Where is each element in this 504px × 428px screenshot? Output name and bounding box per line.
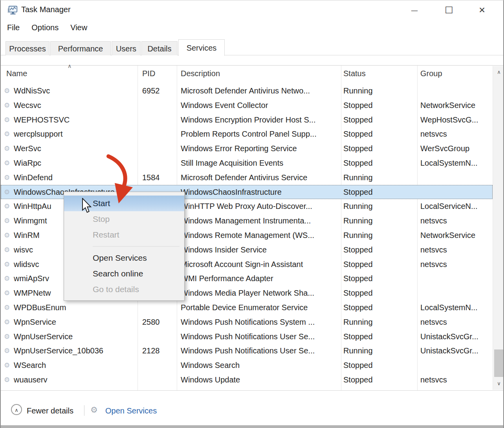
table-row[interactable]: ⚙wercplsupportProblem Reports Control Pa…	[1, 127, 493, 141]
service-status: Running	[343, 315, 373, 329]
service-group: netsvcs	[420, 315, 447, 329]
service-group: netsvcs	[420, 214, 447, 228]
context-menu-open-services[interactable]: Open Services	[64, 250, 184, 266]
tab-performance[interactable]: Performance	[50, 41, 111, 55]
column-header-description[interactable]: Description	[181, 69, 220, 78]
service-group: netsvcs	[420, 257, 447, 272]
service-status: Stopped	[343, 286, 373, 300]
table-row[interactable]: ⚙WpnService2580Windows Push Notification…	[1, 315, 493, 329]
service-gear-icon: ⚙	[4, 156, 10, 170]
service-gear-icon: ⚙	[4, 358, 10, 373]
service-description: Windows Push Notifications System ...	[181, 315, 315, 329]
service-gear-icon: ⚙	[4, 329, 10, 344]
service-name: wisvc	[14, 243, 33, 257]
service-name: wuauserv	[14, 373, 48, 387]
scroll-down-icon[interactable]: ∨	[493, 377, 504, 390]
menu-bar: FileOptionsView	[1, 23, 93, 36]
service-status: Stopped	[343, 257, 373, 272]
service-description: Windows Search	[181, 358, 240, 373]
table-row[interactable]: ⚙WdNisSvc6952Microsoft Defender Antiviru…	[1, 84, 493, 98]
task-manager-window: Task Manager — ☐ ✕ FileOptionsView Proce…	[0, 0, 504, 428]
tab-details[interactable]: Details	[141, 41, 178, 55]
column-header-group[interactable]: Group	[420, 69, 442, 78]
tab-bar: ProcessesPerformanceUsersDetailsServices	[1, 39, 503, 55]
service-name: WdNisSvc	[14, 84, 50, 98]
table-row[interactable]: ⚙WSearchWindows SearchStopped	[1, 358, 493, 373]
service-group: WepHostSvcG...	[420, 113, 478, 127]
service-name: WinHttpAu	[14, 199, 51, 214]
service-description: Windows Update	[181, 373, 240, 387]
fewer-details-label[interactable]: Fewer details	[27, 405, 73, 417]
context-menu-start[interactable]: Start	[64, 196, 184, 211]
table-row[interactable]: ⚙WpnUserService_10b0362128Windows Push N…	[1, 344, 493, 358]
service-status: Stopped	[343, 329, 373, 344]
service-gear-icon: ⚙	[4, 228, 10, 243]
service-status: Stopped	[343, 358, 373, 373]
minimize-icon[interactable]: —	[403, 0, 426, 20]
context-menu-search-online[interactable]: Search online	[64, 266, 184, 282]
service-description: Microsoft Defender Antivirus Netwo...	[181, 84, 310, 98]
context-menu-separator	[93, 246, 180, 247]
scroll-up-icon[interactable]: ∧	[493, 66, 504, 79]
tab-processes[interactable]: Processes	[5, 41, 49, 55]
context-menu-stop: Stop	[64, 211, 184, 227]
service-status: Stopped	[343, 271, 373, 286]
vertical-scrollbar[interactable]: ∧ ∨	[493, 66, 504, 390]
title-bar: Task Manager — ☐ ✕	[1, 0, 503, 20]
service-group: NetworkService	[420, 98, 475, 113]
fewer-details-button[interactable]: ∧	[11, 404, 22, 415]
maximize-icon[interactable]: ☐	[438, 0, 460, 20]
service-pid: 2580	[142, 315, 160, 329]
menu-file[interactable]: File	[7, 23, 20, 32]
table-row[interactable]: ⚙WerSvcWindows Error Reporting ServiceSt…	[1, 141, 493, 156]
menu-options[interactable]: Options	[31, 23, 59, 32]
table-row[interactable]: ⚙WiaRpcStill Image Acquisition EventsSto…	[1, 156, 493, 170]
service-gear-icon: ⚙	[4, 199, 10, 214]
service-gear-icon: ⚙	[4, 286, 10, 300]
scrollbar-thumb[interactable]	[494, 349, 504, 377]
service-description: Windows Event Collector	[181, 98, 268, 113]
service-group: netsvcs	[420, 127, 447, 141]
service-name: WMPNetw	[14, 286, 51, 300]
tab-users[interactable]: Users	[112, 41, 141, 55]
service-status: Stopped	[343, 156, 373, 170]
table-row[interactable]: ⚙WEPHOSTSVCWindows Encryption Provider H…	[1, 113, 493, 127]
table-row[interactable]: ⚙wuauservWindows UpdateStoppednetsvcs	[1, 373, 493, 387]
close-icon[interactable]: ✕	[471, 0, 493, 20]
service-gear-icon: ⚙	[4, 170, 10, 185]
service-description: Portable Device Enumerator Service	[181, 300, 308, 315]
table-row[interactable]: ⚙WPDBusEnumPortable Device Enumerator Se…	[1, 300, 493, 315]
column-header-status[interactable]: Status	[343, 69, 366, 78]
service-name: wercplsupport	[14, 127, 63, 141]
column-header-name[interactable]: Name	[6, 69, 27, 78]
table-row[interactable]: ⚙WinDefend1584Microsoft Defender Antivir…	[1, 170, 493, 185]
service-description: Windows Encryption Provider Host S...	[181, 113, 315, 127]
service-gear-icon: ⚙	[4, 84, 10, 98]
table-row[interactable]: ⚙WecsvcWindows Event CollectorStoppedNet…	[1, 98, 493, 113]
service-status: Running	[343, 344, 373, 358]
column-header-pid[interactable]: PID	[142, 69, 155, 78]
service-status: Stopped	[343, 300, 373, 315]
service-pid: 6952	[142, 84, 160, 98]
menu-view[interactable]: View	[70, 23, 87, 32]
service-group: netsvcs	[420, 243, 447, 257]
service-description: Problem Reports Control Panel Supp...	[181, 127, 317, 141]
service-description: WinHTTP Web Proxy Auto-Discover...	[181, 199, 312, 214]
service-group: LocalSystemN...	[420, 300, 478, 315]
tab-services[interactable]: Services	[178, 39, 225, 56]
service-status: Running	[343, 170, 373, 185]
service-gear-icon: ⚙	[4, 300, 10, 315]
table-row[interactable]: ⚙WpnUserServiceWindows Push Notification…	[1, 329, 493, 344]
service-name: WPDBusEnum	[14, 300, 66, 315]
chevron-up-icon: ∧	[15, 407, 18, 413]
service-description: Windows Push Notifications User Se...	[181, 344, 315, 358]
context-menu-go-to-details: Go to details	[64, 282, 184, 297]
footer-divider	[84, 405, 84, 416]
service-gear-icon: ⚙	[4, 141, 10, 156]
service-status: Stopped	[343, 373, 373, 387]
open-services-link[interactable]: Open Services	[105, 405, 157, 417]
service-gear-icon: ⚙	[4, 98, 10, 113]
service-description: Windows Error Reporting Service	[181, 141, 297, 156]
service-name: WEPHOSTSVC	[14, 113, 70, 127]
service-group: UnistackSvcGr...	[420, 329, 478, 344]
